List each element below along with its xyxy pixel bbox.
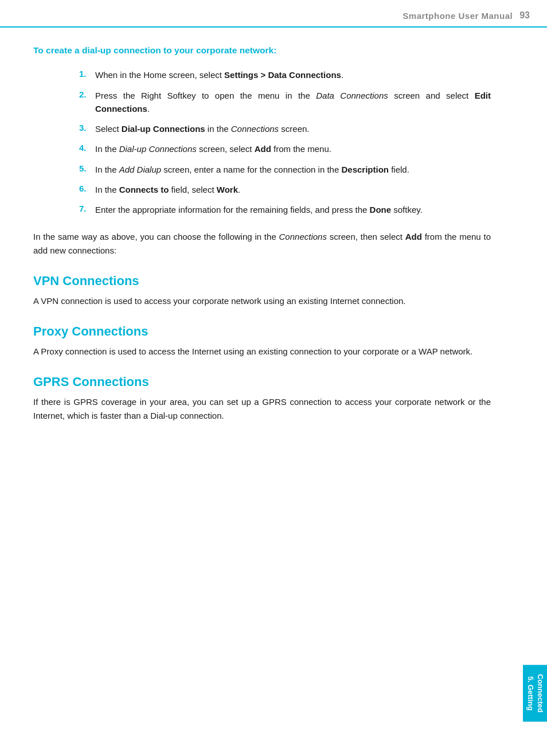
- list-item: 5. In the Add Dialup screen, enter a nam…: [79, 163, 491, 176]
- step-number: 5.: [79, 163, 95, 173]
- main-content: To create a dial-up connection to your c…: [0, 28, 524, 455]
- bold-text: Work: [217, 185, 238, 194]
- header-title: Smartphone User Manual: [403, 11, 513, 21]
- step-text: In the Add Dialup screen, enter a name f…: [95, 163, 491, 176]
- page-container: Smartphone User Manual 93 To create a di…: [0, 0, 547, 756]
- list-item: 7. Enter the appropriate information for…: [79, 203, 491, 216]
- step-text: When in the Home screen, select Settings…: [95, 68, 491, 81]
- bold-text: Dial-up Connections: [122, 124, 205, 134]
- intro-heading: To create a dial-up connection to your c…: [33, 44, 491, 57]
- step-text: Press the Right Softkey to open the menu…: [95, 89, 491, 116]
- proxy-connections-heading: Proxy Connections: [33, 324, 491, 339]
- step-number: 6.: [79, 183, 95, 193]
- italic-text: Data Connections: [316, 91, 388, 100]
- gprs-connections-description: If there is GPRS coverage in your area, …: [33, 395, 491, 423]
- bold-text: Description: [341, 165, 389, 174]
- list-item: 6. In the Connects to field, select Work…: [79, 183, 491, 196]
- italic-text: Add Dialup: [119, 165, 161, 174]
- step-text: In the Connects to field, select Work.: [95, 183, 491, 196]
- list-item: 1. When in the Home screen, select Setti…: [79, 68, 491, 81]
- gprs-connections-heading: GPRS Connections: [33, 375, 491, 389]
- step-number: 2.: [79, 89, 95, 99]
- bold-text: Settings > Data Connections: [224, 70, 341, 80]
- step-number: 1.: [79, 68, 95, 79]
- side-tab: 5. Getting Connected: [523, 665, 547, 722]
- list-item: 2. Press the Right Softkey to open the m…: [79, 89, 491, 116]
- step-text: Enter the appropriate information for th…: [95, 203, 491, 216]
- step-number: 4.: [79, 142, 95, 153]
- vpn-connections-description: A VPN connection is used to access your …: [33, 294, 491, 308]
- bold-text: Add: [255, 144, 271, 154]
- body-paragraph: In the same way as above, you can choose…: [33, 230, 491, 258]
- bold-text: Edit Connections: [95, 91, 491, 114]
- page-header: Smartphone User Manual 93: [0, 0, 547, 28]
- step-number: 3.: [79, 122, 95, 133]
- proxy-connections-description: A Proxy connection is used to access the…: [33, 345, 491, 358]
- italic-text: Dial-up Connections: [119, 144, 197, 154]
- bold-text: Add: [405, 232, 422, 241]
- list-item: 4. In the Dial-up Connections screen, se…: [79, 142, 491, 155]
- bold-text: Connects to: [119, 185, 169, 194]
- bold-text: Done: [370, 205, 392, 215]
- steps-list: 1. When in the Home screen, select Setti…: [79, 68, 491, 216]
- italic-text: Connections: [231, 124, 279, 134]
- side-tab-text: 5. Getting Connected: [525, 674, 545, 712]
- step-text: In the Dial-up Connections screen, selec…: [95, 142, 491, 155]
- list-item: 3. Select Dial-up Connections in the Con…: [79, 122, 491, 135]
- step-text: Select Dial-up Connections in the Connec…: [95, 122, 491, 135]
- italic-text: Connections: [279, 232, 327, 241]
- step-number: 7.: [79, 203, 95, 213]
- page-number: 93: [519, 10, 530, 21]
- vpn-connections-heading: VPN Connections: [33, 274, 491, 289]
